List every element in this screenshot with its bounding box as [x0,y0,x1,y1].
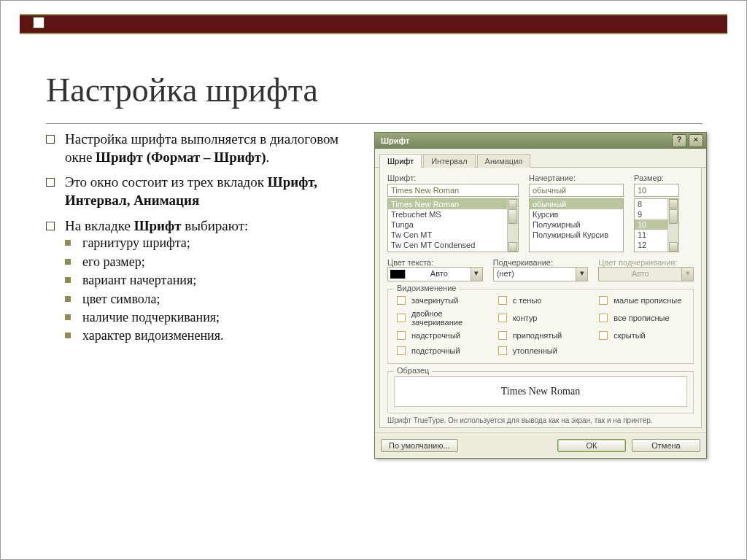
list-item[interactable]: Tw Cen MT Condensed [388,240,518,250]
label-style: Начертание: [529,174,624,182]
effect-checkbox[interactable]: зачеркнутый [394,294,485,307]
style-listbox[interactable]: обычныйКурсивПолужирныйПолужирный Курсив [529,198,624,252]
scrollbar[interactable] [507,199,518,252]
checkbox-input[interactable] [397,296,406,305]
bullet-item: На вкладке Шрифт выбирают:гарнитуру шриф… [46,217,352,345]
list-item[interactable]: Курсив [530,209,623,219]
checkbox-input[interactable] [599,314,608,322]
effect-label: с тенью [513,296,542,305]
dialog-titlebar[interactable]: Шрифт ? × [375,133,706,149]
text-color-value: Авто [408,268,471,281]
sample-legend: Образец [394,366,432,375]
sub-bullet-list: гарнитуру шрифта;его размер;вариант наче… [65,235,352,344]
effect-checkbox[interactable]: приподнятый [495,329,587,342]
scroll-down-icon[interactable] [508,242,517,252]
effect-checkbox[interactable]: подстрочный [394,344,485,357]
label-font: Шрифт: [387,174,519,182]
scroll-thumb[interactable] [508,209,517,224]
titlebar-buttons: ? × [672,134,703,147]
list-item[interactable]: обычный [530,199,623,209]
checkbox-input[interactable] [498,314,507,322]
checkbox-input[interactable] [397,346,406,355]
slide: Настройка шрифта Настройка шрифта выполн… [0,0,747,560]
tab-interval[interactable]: Интервал [423,154,475,168]
help-button[interactable]: ? [672,134,686,147]
dialog-panel: Шрифт: Times New RomanTrebuchet MSTungaT… [379,168,702,428]
underline-combo[interactable]: (нет) ▾ [493,267,589,281]
checkbox-input[interactable] [599,331,608,340]
font-listbox[interactable]: Times New RomanTrebuchet MSTungaTw Cen M… [387,198,519,252]
effect-label: утопленный [513,346,557,355]
effect-label: скрытый [614,331,645,340]
checkbox-input[interactable] [599,296,608,305]
slide-title: Настройка шрифта [46,71,318,109]
sub-bullet-item: гарнитуру шрифта; [65,235,352,252]
list-item[interactable]: Tunga [388,219,518,230]
style-input[interactable] [529,184,624,197]
effect-checkbox[interactable]: утопленный [495,344,587,357]
sub-bullet-item: цвет символа; [65,291,352,308]
hint-text: Шрифт TrueType. Он используется для выво… [387,416,694,424]
list-item[interactable]: Times New Roman [388,199,518,209]
dialog-button-bar: По умолчанию... ОК Отмена [375,432,706,458]
effect-checkbox[interactable]: с тенью [495,294,587,307]
size-input[interactable] [634,184,679,197]
effect-checkbox[interactable]: контур [495,309,587,327]
effect-checkbox[interactable]: надстрочный [394,329,485,342]
tab-animation[interactable]: Анимация [477,154,531,168]
chevron-down-icon[interactable]: ▾ [471,268,482,281]
label-underline: Подчеркивание: [493,258,553,267]
underline-color-value: Авто [599,268,681,281]
underline-value: (нет) [494,268,576,281]
effect-checkbox[interactable]: все прописные [596,309,687,327]
label-underline-color: Цвет подчеркивания: [598,258,677,267]
effect-label: все прописные [614,314,669,322]
checkbox-input[interactable] [397,314,406,322]
checkbox-input[interactable] [498,346,507,355]
list-item[interactable]: Полужирный Курсив [530,230,623,240]
list-item[interactable]: Полужирный [530,219,623,230]
effect-checkbox[interactable]: малые прописные [596,294,687,307]
effect-label: контур [513,314,538,322]
effect-checkbox[interactable]: скрытый [596,329,687,342]
sub-bullet-item: вариант начертания; [65,272,352,289]
list-item[interactable]: Tw Cen MT [388,230,518,240]
chevron-down-icon: ▾ [681,268,693,281]
sub-bullet-item: его размер; [65,254,352,271]
chevron-down-icon[interactable]: ▾ [576,268,587,281]
slide-deco-bar [20,14,727,34]
tab-font[interactable]: Шрифт [379,154,422,168]
cancel-button[interactable]: Отмена [632,439,700,452]
underline-color-combo: Авто ▾ [598,267,694,281]
text-color-combo[interactable]: Авто ▾ [387,267,483,281]
bullet-list: Настройка шрифта выполняется в диалогово… [46,131,352,345]
bullet-item: Это окно состоит из трех вкладок Шрифт, … [46,174,352,209]
effect-checkbox[interactable]: двойное зачеркивание [394,309,485,327]
label-text-color: Цвет текста: [387,258,433,267]
label-size: Размер: [634,174,679,182]
scroll-down-icon[interactable] [669,242,678,252]
size-listbox[interactable]: 89101112 [634,198,679,252]
scroll-thumb[interactable] [669,209,678,224]
effect-label: подстрочный [411,346,460,355]
font-input[interactable] [387,184,519,197]
checkbox-input[interactable] [397,331,406,340]
scroll-up-icon[interactable] [669,199,678,209]
list-item[interactable]: Trebuchet MS [388,209,518,219]
default-button[interactable]: По умолчанию... [381,439,458,452]
sub-bullet-item: характер видоизменения. [65,327,352,344]
effect-label: зачеркнутый [411,296,458,305]
effects-legend: Видоизменение [394,284,459,292]
dialog-title: Шрифт [381,136,409,145]
ok-button[interactable]: ОК [557,439,626,452]
checkbox-input[interactable] [498,331,507,340]
effect-label: малые прописные [614,296,681,305]
close-button[interactable]: × [689,134,703,147]
scrollbar[interactable] [667,199,678,252]
slide-content: Настройка шрифта выполняется в диалогово… [46,131,352,352]
scroll-up-icon[interactable] [508,199,517,209]
effects-fieldset: Видоизменение зачеркнутыйс теньюмалые пр… [387,289,694,364]
title-rule [46,123,703,124]
sample-preview: Times New Roman [394,376,687,407]
checkbox-input[interactable] [498,296,507,305]
